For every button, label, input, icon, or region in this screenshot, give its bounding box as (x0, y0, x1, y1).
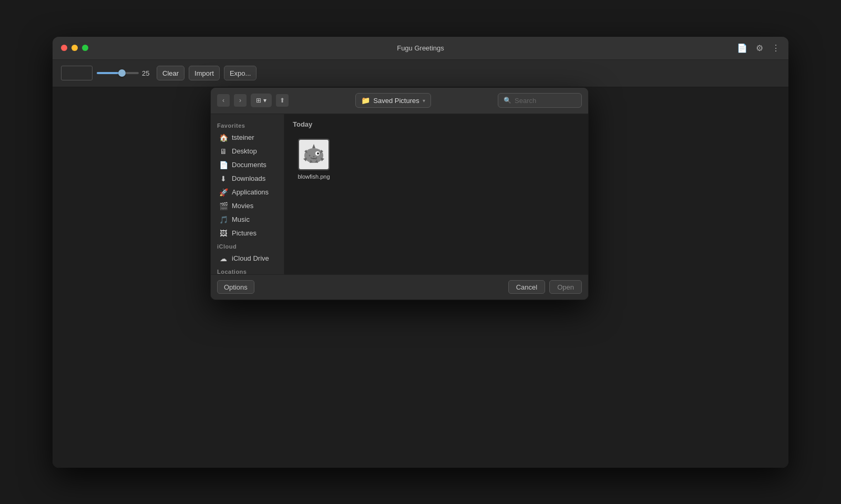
brush-slider-container: 25 (97, 69, 152, 77)
sidebar-item-tsteiner[interactable]: 🏠 tsteiner (213, 131, 282, 145)
sidebar-item-label: Desktop (232, 147, 257, 155)
date-section-label: Today (293, 120, 580, 128)
brush-slider-value: 25 (142, 69, 152, 77)
minimize-button[interactable] (71, 45, 78, 51)
sidebar-item-label: Music (232, 215, 250, 223)
home-icon: 🏠 (219, 133, 228, 142)
icloud-icon: ☁ (219, 254, 228, 263)
sidebar-item-pictures[interactable]: 🖼 Pictures (213, 227, 282, 240)
sidebar-item-label: iCloud Drive (232, 254, 269, 262)
svg-point-1 (304, 148, 323, 163)
blowfish-image (299, 140, 329, 169)
title-bar: Fugu Greetings 📄 ⚙ ⋮ (53, 37, 788, 60)
cancel-button[interactable]: Cancel (508, 280, 545, 294)
sidebar-item-desktop[interactable]: 🖥 Desktop (213, 145, 282, 158)
close-button[interactable] (61, 45, 67, 51)
view-toggle-button[interactable]: ⊞ ▾ (251, 94, 272, 107)
sidebar-item-label: Movies (232, 202, 253, 210)
title-bar-actions: 📄 ⚙ ⋮ (737, 43, 780, 53)
sidebar-item-label: Documents (232, 161, 266, 169)
dialog-files-area: Today (284, 114, 588, 274)
dialog-actions: Cancel Open (508, 280, 582, 294)
file-thumbnail (298, 139, 330, 170)
music-icon: 🎵 (219, 215, 228, 224)
sidebar-item-documents[interactable]: 📄 Documents (213, 158, 282, 172)
mac-window: Fugu Greetings 📄 ⚙ ⋮ 25 Clear Import Exp… (53, 37, 788, 468)
dialog-sidebar: Favorites 🏠 tsteiner 🖥 Desktop 📄 Documen… (211, 114, 284, 274)
main-content: ‹ › ⊞ ▾ ⬆ 📁 Saved Pictures ▾ 🔍 (53, 87, 788, 468)
svg-point-14 (315, 158, 317, 159)
sidebar-item-music[interactable]: 🎵 Music (213, 213, 282, 227)
document-icon[interactable]: 📄 (737, 43, 747, 53)
traffic-lights (61, 45, 88, 51)
applications-icon: 🚀 (219, 188, 228, 197)
svg-point-10 (317, 152, 319, 155)
maximize-button[interactable] (82, 45, 88, 51)
svg-point-11 (309, 155, 311, 156)
sidebar-item-applications[interactable]: 🚀 Applications (213, 186, 282, 199)
dialog-body: Favorites 🏠 tsteiner 🖥 Desktop 📄 Documen… (211, 114, 588, 274)
sidebar-item-label: Applications (232, 188, 269, 196)
documents-icon: 📄 (219, 161, 228, 169)
location-chevron-icon: ▾ (423, 98, 425, 104)
files-grid: blowfish.png (293, 135, 580, 184)
dialog-toolbar: ‹ › ⊞ ▾ ⬆ 📁 Saved Pictures ▾ 🔍 (211, 88, 588, 114)
up-directory-button[interactable]: ⬆ (276, 94, 289, 107)
file-item-blowfish[interactable]: blowfish.png (293, 135, 335, 184)
downloads-icon: ⬇ (219, 174, 228, 183)
sidebar-item-label: Pictures (232, 229, 257, 237)
sidebar-item-label: tsteiner (232, 133, 254, 141)
brush-size-box (61, 66, 93, 80)
forward-button[interactable]: › (234, 94, 247, 107)
search-input[interactable] (515, 97, 578, 105)
locations-section-label: Locations (211, 265, 284, 274)
window-title: Fugu Greetings (397, 44, 444, 52)
svg-point-13 (313, 156, 315, 157)
app-toolbar: 25 Clear Import Expo... (53, 60, 788, 87)
movies-icon: 🎬 (219, 202, 228, 210)
options-button[interactable]: Options (217, 280, 254, 294)
sidebar-item-label: Downloads (232, 174, 265, 182)
sidebar-item-icloud-drive[interactable]: ☁ iCloud Drive (213, 252, 282, 265)
open-button[interactable]: Open (549, 280, 582, 294)
more-options-icon[interactable]: ⋮ (772, 43, 780, 53)
svg-point-12 (311, 157, 313, 159)
favorites-section-label: Favorites (211, 119, 284, 131)
search-box[interactable]: 🔍 (498, 93, 582, 108)
sidebar-item-movies[interactable]: 🎬 Movies (213, 199, 282, 213)
icloud-section-label: iCloud (211, 240, 284, 252)
grid-view-icon: ⊞ (256, 97, 261, 104)
puzzle-icon[interactable]: ⚙ (756, 43, 763, 53)
import-button[interactable]: Import (189, 66, 220, 80)
location-selector[interactable]: 📁 Saved Pictures ▾ (355, 93, 430, 108)
desktop-icon: 🖥 (219, 147, 228, 156)
export-button[interactable]: Expo... (224, 66, 257, 80)
clear-button[interactable]: Clear (157, 66, 184, 80)
dialog-footer: Options Cancel Open (211, 274, 588, 300)
back-button[interactable]: ‹ (217, 94, 230, 107)
file-name-label: blowfish.png (298, 173, 330, 180)
view-chevron-icon: ▾ (263, 97, 266, 104)
location-label: Saved Pictures (373, 97, 419, 105)
pictures-icon: 🖼 (219, 229, 228, 238)
folder-icon: 📁 (361, 96, 370, 105)
file-open-dialog: ‹ › ⊞ ▾ ⬆ 📁 Saved Pictures ▾ 🔍 (210, 87, 589, 300)
sidebar-item-downloads[interactable]: ⬇ Downloads (213, 172, 282, 186)
brush-slider-track[interactable] (97, 72, 139, 74)
search-icon: 🔍 (504, 97, 511, 104)
brush-slider-thumb[interactable] (118, 69, 126, 77)
